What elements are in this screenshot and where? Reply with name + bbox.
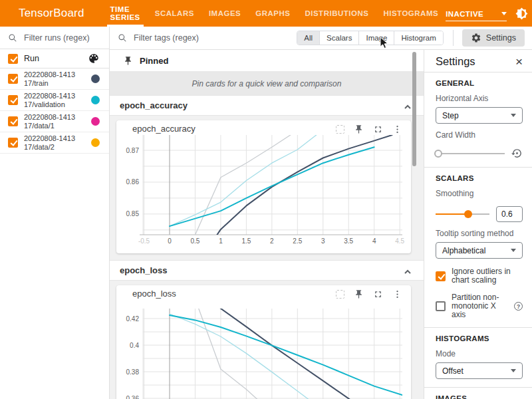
- ignore-outliers-checkbox[interactable]: [436, 271, 446, 281]
- histogram-mode-value: Offset: [442, 366, 464, 376]
- cards-scroll-area: Pinned Pin cards for a quick view and co…: [110, 50, 424, 399]
- close-icon[interactable]: ×: [515, 57, 523, 67]
- horizontal-axis-label: Horizontal Axis: [436, 94, 523, 103]
- dark-mode-toggle-icon[interactable]: [515, 7, 528, 20]
- card-actions: [336, 289, 402, 299]
- chevron-down-icon: [511, 114, 516, 117]
- main-nav-tabs: TIME SERIESSCALARSIMAGESGRAPHSDISTRIBUTI…: [103, 0, 446, 27]
- run-name: 20220808-141317/train: [24, 70, 78, 87]
- run-row[interactable]: 20220808-141317/data/1: [0, 111, 109, 132]
- settings-panel-title: Settings: [436, 55, 475, 68]
- help-icon[interactable]: ?: [514, 302, 523, 311]
- smoothing-slider[interactable]: [436, 210, 489, 218]
- run-checkbox[interactable]: [8, 138, 18, 148]
- app-logo: TensorBoard: [0, 7, 84, 20]
- fullscreen-icon[interactable]: [372, 289, 383, 299]
- run-name: 20220808-141317/validation: [24, 92, 78, 108]
- section-header-epoch-accuracy[interactable]: epoch_accuracy: [110, 95, 424, 116]
- run-checkbox[interactable]: [8, 95, 18, 105]
- run-filter-input[interactable]: [23, 33, 101, 43]
- run-row[interactable]: 20220808-141317/validation: [0, 90, 109, 111]
- tag-toolbar: AllScalarsImageHistogram Settings: [110, 27, 532, 50]
- run-color-dot: [91, 74, 100, 83]
- palette-icon[interactable]: [88, 53, 100, 65]
- settings-button-label: Settings: [486, 33, 516, 43]
- tab-histograms[interactable]: HISTOGRAMS: [376, 0, 446, 27]
- svg-text:3: 3: [321, 237, 325, 245]
- run-color-dot: [91, 96, 100, 104]
- scalar-card-epoch-loss: epoch_loss 0.420.40.380.36: [116, 285, 411, 399]
- pin-icon[interactable]: [353, 289, 364, 299]
- ignore-outliers-label: Ignore outliers in chart scaling: [452, 267, 523, 285]
- run-checkbox[interactable]: [8, 74, 18, 84]
- search-icon: [8, 33, 17, 43]
- tab-scalars[interactable]: SCALARS: [148, 0, 201, 27]
- svg-text:1: 1: [219, 237, 223, 245]
- run-checkbox[interactable]: [8, 116, 18, 126]
- card-width-label: Card Width: [436, 130, 523, 140]
- pinned-section-header: Pinned: [110, 50, 424, 72]
- settings-section-histograms: HISTOGRAMS Mode Offset: [424, 328, 532, 387]
- histogram-mode-label: Mode: [436, 349, 523, 358]
- section-heading: SCALARS: [436, 174, 523, 182]
- reset-icon[interactable]: [511, 148, 523, 159]
- chevron-up-icon[interactable]: [404, 102, 412, 110]
- section-heading: HISTOGRAMS: [436, 334, 523, 342]
- histogram-mode-select[interactable]: Offset: [436, 362, 523, 379]
- tab-graphs[interactable]: GRAPHS: [248, 0, 297, 27]
- tooltip-sorting-select[interactable]: Alphabetical: [436, 242, 523, 259]
- smoothing-value-input[interactable]: 0.6: [496, 206, 523, 222]
- section-title: epoch_accuracy: [120, 100, 188, 110]
- fullscreen-icon[interactable]: [372, 124, 383, 134]
- tag-filter-input[interactable]: [132, 33, 297, 43]
- tag-filter-histogram[interactable]: Histogram: [394, 31, 442, 45]
- partition-x-axis-label: Partition non-monotonic X axis: [452, 293, 508, 319]
- epoch-loss-chart[interactable]: 0.420.40.380.36: [116, 299, 411, 399]
- fit-to-data-icon[interactable]: [336, 290, 344, 299]
- settings-panel: Settings × GENERAL Horizontal Axis Step …: [424, 50, 532, 399]
- tab-time-series[interactable]: TIME SERIES: [103, 0, 148, 27]
- svg-text:0.87: 0.87: [126, 147, 140, 154]
- epoch-accuracy-chart[interactable]: -0.500.511.522.533.544.50.850.860.87: [116, 134, 411, 252]
- scrollbar-thumb[interactable]: [412, 52, 416, 166]
- more-options-icon[interactable]: [392, 124, 402, 134]
- section-heading: GENERAL: [436, 79, 523, 87]
- tag-filter-row: [110, 33, 297, 43]
- chevron-down-icon: [511, 249, 516, 252]
- card-actions: [336, 124, 402, 134]
- svg-text:-0.5: -0.5: [138, 237, 150, 245]
- more-options-icon[interactable]: [392, 289, 402, 299]
- tooltip-sorting-label: Tooltip sorting method: [436, 229, 523, 238]
- search-icon: [118, 33, 127, 43]
- app-header: TensorBoard TIME SERIESSCALARSIMAGESGRAP…: [0, 0, 532, 27]
- runs-sidebar: Run 20220808-141317/train20220808-141317…: [0, 27, 110, 399]
- tag-filter-image[interactable]: Image: [358, 31, 394, 45]
- tab-images[interactable]: IMAGES: [201, 0, 248, 27]
- svg-text:0.36: 0.36: [126, 395, 140, 399]
- fit-to-data-icon[interactable]: [336, 125, 344, 134]
- tag-filter-all[interactable]: All: [297, 31, 319, 45]
- run-row[interactable]: 20220808-141317/data/2: [0, 132, 109, 154]
- run-filter-row: [0, 27, 109, 49]
- tab-distributions[interactable]: DISTRIBUTIONS: [297, 0, 376, 27]
- section-header-epoch-loss[interactable]: epoch_loss: [110, 260, 424, 281]
- tag-type-filter-group: AllScalarsImageHistogram: [297, 31, 444, 45]
- svg-text:2.5: 2.5: [293, 237, 302, 245]
- run-name: 20220808-141317/data/2: [24, 134, 78, 151]
- partition-x-axis-checkbox[interactable]: [436, 301, 446, 311]
- settings-button[interactable]: Settings: [462, 29, 525, 47]
- toolbar-divider: [453, 30, 454, 46]
- reload-status-select[interactable]: INACTIVE: [446, 10, 507, 21]
- svg-text:2: 2: [270, 237, 274, 245]
- run-row[interactable]: 20220808-141317/train: [0, 68, 109, 90]
- pin-icon[interactable]: [353, 124, 364, 134]
- settings-section-images: IMAGES Brightness Contrast: [424, 388, 532, 399]
- run-color-dot: [91, 117, 100, 126]
- card-width-slider[interactable]: [436, 150, 505, 158]
- tag-filter-scalars[interactable]: Scalars: [319, 31, 358, 45]
- select-all-runs-checkbox[interactable]: [8, 54, 18, 64]
- reload-status-value: INACTIVE: [446, 10, 483, 18]
- chevron-up-icon[interactable]: [404, 267, 412, 275]
- section-heading: IMAGES: [436, 394, 523, 399]
- horizontal-axis-select[interactable]: Step: [436, 107, 523, 124]
